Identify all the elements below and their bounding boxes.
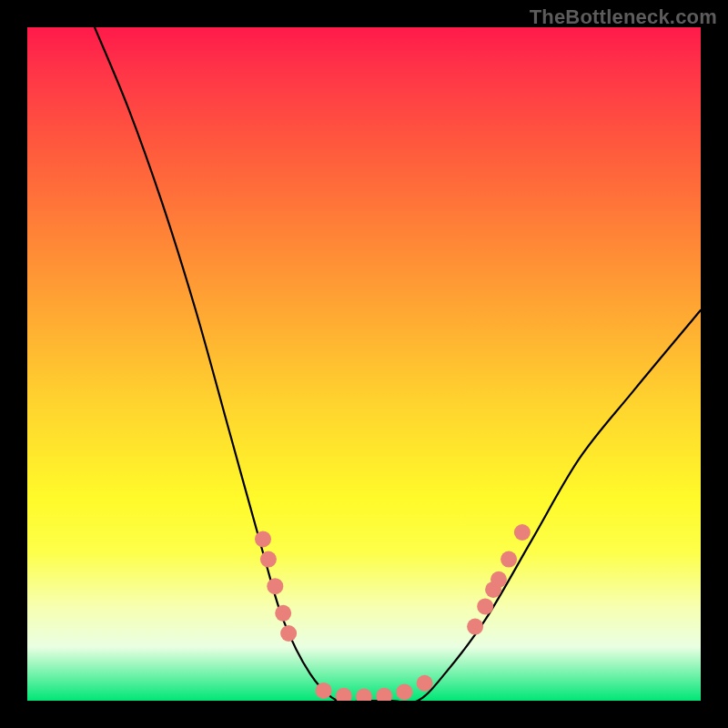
watermark-text: TheBottleneck.com [530, 5, 717, 29]
marker-dot [316, 682, 332, 699]
curve-svg [27, 27, 701, 701]
marker-dot [500, 551, 517, 568]
highlight-markers [255, 524, 531, 701]
marker-dot [255, 531, 271, 547]
marker-dot [267, 578, 283, 594]
marker-dot [275, 605, 291, 622]
marker-dot [477, 598, 493, 614]
marker-dot [260, 551, 277, 568]
chart-container: TheBottleneck.com [0, 0, 728, 728]
marker-dot [490, 571, 507, 588]
marker-dot [376, 688, 392, 701]
marker-dot [467, 619, 483, 635]
bottleneck-curve [95, 27, 701, 701]
marker-dot [356, 689, 372, 701]
marker-dot [396, 683, 412, 700]
plot-area [27, 27, 701, 701]
marker-dot [280, 625, 297, 642]
marker-dot [336, 688, 352, 701]
marker-dot [417, 675, 433, 692]
marker-dot [514, 524, 531, 541]
